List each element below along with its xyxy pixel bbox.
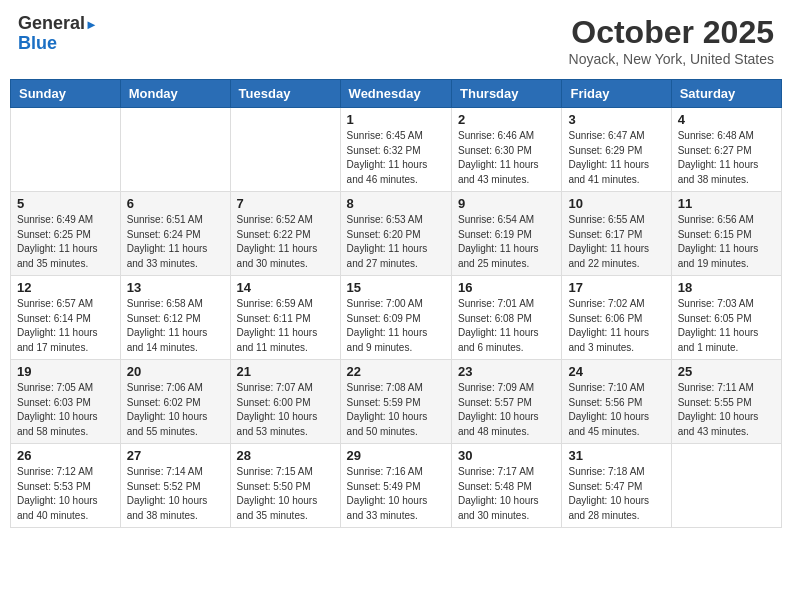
day-info: Sunrise: 6:51 AM Sunset: 6:24 PM Dayligh…	[127, 213, 224, 271]
day-info: Sunrise: 7:17 AM Sunset: 5:48 PM Dayligh…	[458, 465, 555, 523]
day-cell-13: 13Sunrise: 6:58 AM Sunset: 6:12 PM Dayli…	[120, 276, 230, 360]
weekday-header-thursday: Thursday	[452, 80, 562, 108]
week-row-4: 19Sunrise: 7:05 AM Sunset: 6:03 PM Dayli…	[11, 360, 782, 444]
day-number: 24	[568, 364, 664, 379]
title-section: October 2025 Noyack, New York, United St…	[569, 14, 774, 67]
day-cell-22: 22Sunrise: 7:08 AM Sunset: 5:59 PM Dayli…	[340, 360, 451, 444]
day-cell-23: 23Sunrise: 7:09 AM Sunset: 5:57 PM Dayli…	[452, 360, 562, 444]
day-cell-9: 9Sunrise: 6:54 AM Sunset: 6:19 PM Daylig…	[452, 192, 562, 276]
month-title: October 2025	[569, 14, 774, 51]
day-info: Sunrise: 7:14 AM Sunset: 5:52 PM Dayligh…	[127, 465, 224, 523]
day-cell-3: 3Sunrise: 6:47 AM Sunset: 6:29 PM Daylig…	[562, 108, 671, 192]
day-cell-1: 1Sunrise: 6:45 AM Sunset: 6:32 PM Daylig…	[340, 108, 451, 192]
page-header: General►Blue October 2025 Noyack, New Yo…	[10, 10, 782, 71]
day-number: 11	[678, 196, 775, 211]
day-cell-29: 29Sunrise: 7:16 AM Sunset: 5:49 PM Dayli…	[340, 444, 451, 528]
day-info: Sunrise: 6:52 AM Sunset: 6:22 PM Dayligh…	[237, 213, 334, 271]
day-info: Sunrise: 7:15 AM Sunset: 5:50 PM Dayligh…	[237, 465, 334, 523]
day-cell-31: 31Sunrise: 7:18 AM Sunset: 5:47 PM Dayli…	[562, 444, 671, 528]
day-info: Sunrise: 6:45 AM Sunset: 6:32 PM Dayligh…	[347, 129, 445, 187]
day-number: 6	[127, 196, 224, 211]
day-cell-4: 4Sunrise: 6:48 AM Sunset: 6:27 PM Daylig…	[671, 108, 781, 192]
day-number: 14	[237, 280, 334, 295]
day-number: 22	[347, 364, 445, 379]
day-info: Sunrise: 6:57 AM Sunset: 6:14 PM Dayligh…	[17, 297, 114, 355]
day-cell-12: 12Sunrise: 6:57 AM Sunset: 6:14 PM Dayli…	[11, 276, 121, 360]
day-info: Sunrise: 7:02 AM Sunset: 6:06 PM Dayligh…	[568, 297, 664, 355]
day-cell-11: 11Sunrise: 6:56 AM Sunset: 6:15 PM Dayli…	[671, 192, 781, 276]
empty-cell	[230, 108, 340, 192]
day-info: Sunrise: 6:47 AM Sunset: 6:29 PM Dayligh…	[568, 129, 664, 187]
day-info: Sunrise: 7:05 AM Sunset: 6:03 PM Dayligh…	[17, 381, 114, 439]
day-info: Sunrise: 6:48 AM Sunset: 6:27 PM Dayligh…	[678, 129, 775, 187]
day-info: Sunrise: 6:59 AM Sunset: 6:11 PM Dayligh…	[237, 297, 334, 355]
day-info: Sunrise: 7:12 AM Sunset: 5:53 PM Dayligh…	[17, 465, 114, 523]
day-number: 12	[17, 280, 114, 295]
day-info: Sunrise: 6:54 AM Sunset: 6:19 PM Dayligh…	[458, 213, 555, 271]
day-number: 21	[237, 364, 334, 379]
day-cell-26: 26Sunrise: 7:12 AM Sunset: 5:53 PM Dayli…	[11, 444, 121, 528]
day-cell-19: 19Sunrise: 7:05 AM Sunset: 6:03 PM Dayli…	[11, 360, 121, 444]
day-cell-14: 14Sunrise: 6:59 AM Sunset: 6:11 PM Dayli…	[230, 276, 340, 360]
day-cell-17: 17Sunrise: 7:02 AM Sunset: 6:06 PM Dayli…	[562, 276, 671, 360]
day-number: 10	[568, 196, 664, 211]
weekday-header-row: SundayMondayTuesdayWednesdayThursdayFrid…	[11, 80, 782, 108]
day-number: 4	[678, 112, 775, 127]
day-number: 7	[237, 196, 334, 211]
weekday-header-wednesday: Wednesday	[340, 80, 451, 108]
day-cell-7: 7Sunrise: 6:52 AM Sunset: 6:22 PM Daylig…	[230, 192, 340, 276]
day-number: 13	[127, 280, 224, 295]
day-number: 18	[678, 280, 775, 295]
day-number: 16	[458, 280, 555, 295]
empty-cell	[11, 108, 121, 192]
day-number: 23	[458, 364, 555, 379]
day-number: 15	[347, 280, 445, 295]
weekday-header-friday: Friday	[562, 80, 671, 108]
day-info: Sunrise: 7:18 AM Sunset: 5:47 PM Dayligh…	[568, 465, 664, 523]
day-info: Sunrise: 6:46 AM Sunset: 6:30 PM Dayligh…	[458, 129, 555, 187]
week-row-1: 1Sunrise: 6:45 AM Sunset: 6:32 PM Daylig…	[11, 108, 782, 192]
day-number: 20	[127, 364, 224, 379]
day-number: 25	[678, 364, 775, 379]
day-cell-30: 30Sunrise: 7:17 AM Sunset: 5:48 PM Dayli…	[452, 444, 562, 528]
empty-cell	[671, 444, 781, 528]
logo-text: General►Blue	[18, 14, 98, 54]
day-info: Sunrise: 6:53 AM Sunset: 6:20 PM Dayligh…	[347, 213, 445, 271]
day-number: 19	[17, 364, 114, 379]
day-cell-24: 24Sunrise: 7:10 AM Sunset: 5:56 PM Dayli…	[562, 360, 671, 444]
day-info: Sunrise: 6:55 AM Sunset: 6:17 PM Dayligh…	[568, 213, 664, 271]
day-info: Sunrise: 6:56 AM Sunset: 6:15 PM Dayligh…	[678, 213, 775, 271]
week-row-2: 5Sunrise: 6:49 AM Sunset: 6:25 PM Daylig…	[11, 192, 782, 276]
day-info: Sunrise: 6:58 AM Sunset: 6:12 PM Dayligh…	[127, 297, 224, 355]
day-cell-2: 2Sunrise: 6:46 AM Sunset: 6:30 PM Daylig…	[452, 108, 562, 192]
day-number: 5	[17, 196, 114, 211]
day-cell-10: 10Sunrise: 6:55 AM Sunset: 6:17 PM Dayli…	[562, 192, 671, 276]
day-number: 27	[127, 448, 224, 463]
day-cell-20: 20Sunrise: 7:06 AM Sunset: 6:02 PM Dayli…	[120, 360, 230, 444]
week-row-3: 12Sunrise: 6:57 AM Sunset: 6:14 PM Dayli…	[11, 276, 782, 360]
weekday-header-sunday: Sunday	[11, 80, 121, 108]
day-cell-6: 6Sunrise: 6:51 AM Sunset: 6:24 PM Daylig…	[120, 192, 230, 276]
day-info: Sunrise: 6:49 AM Sunset: 6:25 PM Dayligh…	[17, 213, 114, 271]
day-number: 17	[568, 280, 664, 295]
weekday-header-monday: Monday	[120, 80, 230, 108]
day-number: 26	[17, 448, 114, 463]
day-number: 28	[237, 448, 334, 463]
day-info: Sunrise: 7:16 AM Sunset: 5:49 PM Dayligh…	[347, 465, 445, 523]
empty-cell	[120, 108, 230, 192]
day-cell-16: 16Sunrise: 7:01 AM Sunset: 6:08 PM Dayli…	[452, 276, 562, 360]
week-row-5: 26Sunrise: 7:12 AM Sunset: 5:53 PM Dayli…	[11, 444, 782, 528]
day-cell-15: 15Sunrise: 7:00 AM Sunset: 6:09 PM Dayli…	[340, 276, 451, 360]
day-cell-5: 5Sunrise: 6:49 AM Sunset: 6:25 PM Daylig…	[11, 192, 121, 276]
location: Noyack, New York, United States	[569, 51, 774, 67]
day-number: 1	[347, 112, 445, 127]
day-info: Sunrise: 7:01 AM Sunset: 6:08 PM Dayligh…	[458, 297, 555, 355]
day-cell-25: 25Sunrise: 7:11 AM Sunset: 5:55 PM Dayli…	[671, 360, 781, 444]
day-number: 8	[347, 196, 445, 211]
day-cell-28: 28Sunrise: 7:15 AM Sunset: 5:50 PM Dayli…	[230, 444, 340, 528]
day-info: Sunrise: 7:11 AM Sunset: 5:55 PM Dayligh…	[678, 381, 775, 439]
day-info: Sunrise: 7:00 AM Sunset: 6:09 PM Dayligh…	[347, 297, 445, 355]
day-info: Sunrise: 7:07 AM Sunset: 6:00 PM Dayligh…	[237, 381, 334, 439]
day-info: Sunrise: 7:03 AM Sunset: 6:05 PM Dayligh…	[678, 297, 775, 355]
day-info: Sunrise: 7:06 AM Sunset: 6:02 PM Dayligh…	[127, 381, 224, 439]
